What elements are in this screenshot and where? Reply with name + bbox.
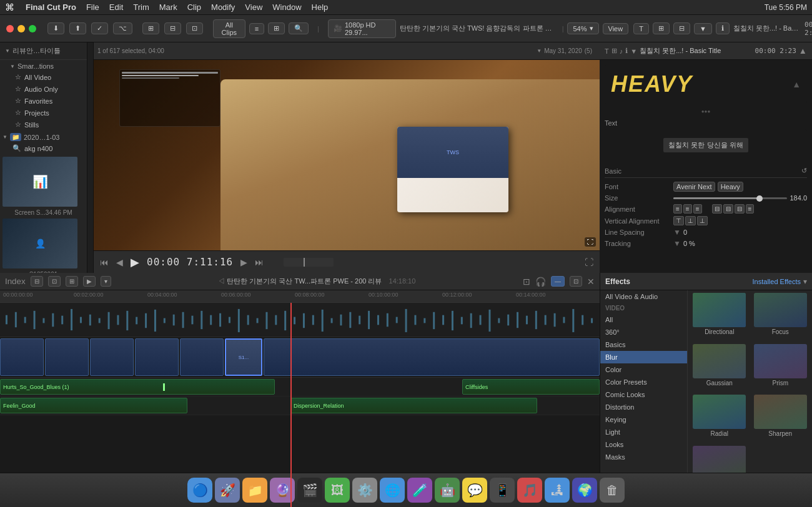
dock-trash[interactable]: 🗑 (600, 478, 625, 503)
sidebar-item-all-video[interactable]: ☆ All Video (0, 71, 87, 83)
list-view-btn[interactable]: ≡ (249, 23, 264, 34)
play-next-button[interactable]: ▶ (240, 257, 247, 267)
effects-item-blur[interactable]: Blur (600, 351, 687, 363)
clip-3[interactable] (90, 338, 134, 376)
filter-btn[interactable]: ▼ (694, 23, 712, 34)
reset-basic-btn[interactable]: ↺ (801, 167, 807, 175)
inspector-type-video[interactable]: ⊞ (611, 47, 617, 55)
menu-edit[interactable]: Edit (109, 2, 123, 12)
sidebar-item-akg[interactable]: 🔍 akg n400 (0, 142, 87, 154)
align-center-btn[interactable]: ≡ (683, 204, 692, 214)
clip-5[interactable] (180, 338, 224, 376)
play-prev-button[interactable]: ◀ (116, 257, 123, 267)
clip-1[interactable] (0, 338, 44, 376)
skip-forward-button[interactable]: ⏭ (255, 257, 264, 267)
inspector-type-info[interactable]: ℹ (625, 47, 628, 55)
inspector-type-filter[interactable]: ▼ (630, 47, 637, 55)
dock-kakao[interactable]: 💬 (462, 478, 487, 503)
dock-app1[interactable]: 🧪 (407, 478, 432, 503)
font-weight-dropdown[interactable]: Heavy (718, 182, 743, 192)
cliffsides-clip[interactable]: Cliffsides (462, 379, 600, 395)
clip-selector[interactable]: All Clips (213, 19, 245, 38)
effects-item-masks[interactable]: Masks (600, 451, 687, 463)
effect-prism[interactable]: Prism (751, 344, 810, 393)
effect-focus[interactable]: Focus (751, 293, 810, 342)
share-button[interactable]: ⬆ (69, 22, 86, 34)
maximize-button[interactable] (29, 25, 36, 32)
timeline-btn1[interactable]: ⊟ (31, 276, 43, 287)
dock-app3[interactable]: 📱 (490, 478, 515, 503)
clip-long[interactable] (264, 338, 600, 376)
effects-item-360[interactable]: 360° (600, 326, 687, 338)
dispersion-clip[interactable]: Dispersion_Relation (290, 398, 537, 413)
menu-file[interactable]: File (86, 2, 99, 12)
snap-btn[interactable]: ⊡ (523, 277, 530, 287)
audio-btn[interactable]: — (551, 276, 565, 287)
effects-item-color[interactable]: Color (600, 363, 687, 376)
clip-4[interactable] (135, 338, 179, 376)
apple-menu[interactable]: ⌘ (5, 2, 14, 13)
size-slider[interactable] (673, 197, 787, 199)
index-btn[interactable]: Index (5, 277, 26, 286)
dock-music[interactable]: 🎵 (517, 478, 542, 503)
slider-thumb[interactable] (756, 195, 763, 202)
play-button[interactable]: ▶ (131, 255, 139, 269)
timeline-btn3[interactable]: ⊞ (66, 276, 78, 287)
dock-finder[interactable]: 🔵 (187, 478, 212, 503)
effects-installed[interactable]: Installed Effects (753, 278, 801, 285)
effects-item-comic-looks[interactable]: Comic Looks (600, 388, 687, 401)
effects-item-color-presets[interactable]: Color Presets (600, 376, 687, 388)
vert-top-btn[interactable]: ⊤ (673, 216, 684, 225)
font-value[interactable]: Avenir Next Heavy (673, 182, 807, 192)
timeline-btn5[interactable]: ▾ (101, 276, 111, 287)
tracking-down[interactable]: ▼ (673, 239, 681, 248)
timeline-btn2[interactable]: ⊡ (48, 276, 61, 287)
effects-item-keying[interactable]: Keying (600, 413, 687, 426)
inspector-btn[interactable]: T (633, 23, 649, 34)
timeline-btn4[interactable]: ▶ (83, 276, 96, 287)
font-dropdown[interactable]: Avenir Next (673, 182, 715, 192)
dock-app2[interactable]: 🤖 (435, 478, 460, 503)
dock-photos[interactable]: 🖼 (325, 478, 350, 503)
dock-launchpad[interactable]: 🚀 (215, 478, 240, 503)
effects-item-all[interactable]: All (600, 313, 687, 326)
import-button[interactable]: ⬇ (47, 22, 64, 34)
cut-btn[interactable]: ⊡ (570, 276, 582, 287)
justify-center-btn[interactable]: ⊟ (723, 204, 733, 214)
effect-radial[interactable]: Radial (690, 395, 749, 443)
menu-modify[interactable]: Modify (211, 2, 235, 12)
dock-finalcut[interactable]: 🎬 (297, 478, 322, 503)
effect-directional[interactable]: Directional (690, 293, 749, 342)
justify-full-btn[interactable]: ≡ (746, 204, 755, 214)
effects-item-all-video-audio[interactable]: All Video & Audio (600, 290, 687, 303)
video-inspector[interactable]: ⊞ (653, 22, 670, 34)
effect-gaussian[interactable]: Gaussian (690, 344, 749, 393)
sidebar-item-stills[interactable]: ☆ Stills (0, 119, 87, 130)
audio-inspector[interactable]: ⊟ (673, 22, 690, 34)
align-right-btn[interactable]: ≡ (693, 204, 702, 214)
clip-selected[interactable]: S1... (225, 338, 262, 376)
dock-browser[interactable]: 🌍 (572, 478, 597, 503)
smart-collections-group[interactable]: ▼ Smar...tions (0, 61, 87, 71)
timeline-left-arrow[interactable]: ◁ (218, 277, 225, 285)
menu-trim[interactable]: Trim (133, 2, 149, 12)
clips-container[interactable]: S1... (0, 338, 600, 376)
fullscreen-button[interactable]: ⛶ (585, 237, 596, 247)
effects-item-basics[interactable]: Basics (600, 338, 687, 351)
close-button[interactable] (6, 25, 14, 32)
justify-right-btn[interactable]: ⊟ (735, 204, 745, 214)
effects-chevron[interactable]: ▾ (803, 277, 807, 286)
dock-photos2[interactable]: 🏞 (545, 478, 570, 503)
inspector-type-text[interactable]: T (605, 47, 609, 55)
justify-left-btn[interactable]: ⊟ (712, 204, 722, 214)
inspector-toggle[interactable]: ⊡ (186, 22, 203, 34)
hurts-clip[interactable]: Hurts_So_Good_Blues (1) (0, 379, 275, 395)
vert-center-btn[interactable]: ⊥ (685, 216, 696, 225)
sidebar-thumb-2[interactable]: 👤 (2, 219, 77, 268)
menu-window[interactable]: Window (272, 2, 301, 12)
zoom-selector[interactable]: 54% ▾ (567, 22, 598, 34)
expand-icon[interactable]: ▲ (792, 79, 801, 89)
grid-view-btn[interactable]: ⊞ (268, 22, 285, 34)
expand-button[interactable]: ⛶ (585, 257, 593, 267)
align-left-btn[interactable]: ≡ (673, 204, 682, 214)
